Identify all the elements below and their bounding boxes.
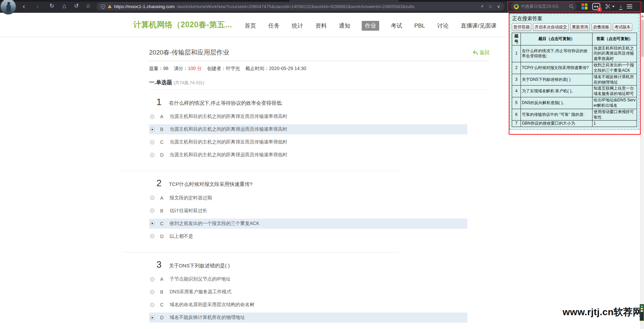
answer-option[interactable]: C 收到之前发出的一个报文段的三个重复ACK (149, 219, 467, 229)
panel-button[interactable]: 重新查询 (570, 23, 590, 31)
nav-item-通知[interactable]: 通知 (338, 21, 351, 31)
answer-row-number: 6 (512, 109, 521, 121)
download-icon[interactable]: ↓ (619, 3, 622, 10)
favorite-star-icon[interactable]: ☆ (488, 4, 493, 9)
browser-search-box[interactable]: 约惠夏日低至29.9元 (511, 2, 577, 11)
answer-option[interactable]: B 当源主机和目的主机之间的距离很远而且传输速率很高时 (149, 124, 467, 134)
radio-icon[interactable] (150, 303, 154, 307)
nav-item-统计[interactable]: 统计 (291, 21, 304, 31)
answer-row-question[interactable]: 在什么样的情况下,停止等待协议的效率会变得很低: (521, 45, 593, 62)
answer-row-answer[interactable]: 收到之前发出的一个报文段的三个重复ACK (593, 62, 637, 74)
answer-row-answer[interactable]: 当源主机和目的主机之间的距离很远而且传输速率很高时 (593, 45, 637, 62)
answer-row-answer[interactable]: 知道互联网上任意一台域名服务器的地址即可 (593, 86, 637, 97)
panel-button[interactable]: 暂停答题 (512, 23, 531, 31)
avatar[interactable] (0, 0, 16, 14)
scrollbar-thumb[interactable] (641, 20, 644, 57)
answer-option[interactable]: C 当源主机和目的主机之间的距离很近而且传输速率很低时 (149, 137, 467, 147)
answer-row-question[interactable]: 为了实现域名解析,客户机( )。 (521, 86, 593, 97)
answer-option[interactable]: D 域名不能反映计算机所在的物理地址 (149, 312, 467, 323)
chevron-down-icon[interactable]: ∨ (497, 4, 500, 9)
question-number: 1 (156, 97, 162, 107)
answer-row-answer[interactable]: 域名不能反映计算机所在的物理地址 (593, 74, 637, 86)
answer-option[interactable]: D 当源主机和目的主机之间的距离很远而且传输速率很低时 (149, 150, 467, 160)
question-text: 在什么样的情况下,停止等待协议的效率会变得很低: (169, 97, 283, 106)
apps-grid-icon[interactable] (581, 3, 587, 9)
answer-row-answer[interactable]: 1 (593, 121, 637, 127)
nav-item-首页[interactable]: 首页 (244, 21, 257, 31)
site-info-shield-icon[interactable] (101, 4, 105, 9)
floating-edge-widget[interactable] (640, 304, 644, 321)
menu-hamburger-icon[interactable] (627, 4, 632, 8)
answer-row-answer[interactable]: 使用滑动窗口来维持可靠性 (593, 109, 637, 121)
answer-option[interactable]: D 以上都不是 (149, 231, 467, 241)
radio-icon[interactable] (150, 290, 154, 294)
radio-icon[interactable] (150, 196, 154, 200)
back-icon[interactable]: ‹ (20, 0, 28, 13)
option-letter: B (160, 127, 165, 132)
radio-icon[interactable] (150, 153, 154, 157)
nav-item-PBL[interactable]: PBL (414, 22, 426, 30)
answer-option[interactable]: A 当源主机和目的主机之间的距离很近而且传输速率很高时 (149, 111, 467, 122)
homework-page: 2020春-传输层和应用层作业 返回 题量：98 满分：100 分 创建者：叶宇… (149, 37, 490, 323)
screenshot-scissors-icon[interactable] (605, 3, 615, 9)
panel-button[interactable]: 折叠面板 (592, 23, 611, 31)
answer-row-answer[interactable]: 给出IP地址由DNS Server解析出域名 (593, 97, 637, 109)
browser-tab[interactable] (289, 0, 399, 2)
nav-item-讨论[interactable]: 讨论 (436, 21, 449, 31)
radio-icon[interactable] (150, 221, 154, 226)
flash-plugin-icon[interactable]: ⚡ (480, 4, 484, 9)
nav-item-考试[interactable]: 考试 (390, 21, 403, 31)
search-icon[interactable] (569, 4, 574, 9)
answer-option[interactable]: C 域名的命名原则是采用层次结构的命名树 (149, 300, 467, 310)
answer-row-question[interactable]: 可靠的传输协议中的 “可靠” 指的是: (521, 109, 593, 121)
radio-icon[interactable] (150, 234, 154, 238)
radio-icon[interactable] (150, 208, 154, 213)
course-title[interactable]: 计算机网络（2020春-第五... (133, 20, 232, 30)
nav-item-直播课/见面课[interactable]: 直播课/见面课 (460, 21, 497, 31)
forward-icon[interactable]: › (33, 0, 42, 13)
options-list: A 当源主机和目的主机之间的距离很近而且传输速率很高时 B 当源主机和目的主机之… (149, 111, 490, 160)
answers-table-row: 7GBN协议的接收窗口的大小为1 (512, 121, 637, 127)
address-bar[interactable]: https://mooc1-1.chaoxing.com /work/doHom… (97, 2, 504, 11)
panel-buttons: 暂停答题开启本次自动提交重新查询折叠面板考试版本 (512, 23, 637, 31)
answer-option[interactable]: B DNS采用客户服务器工作模式 (149, 287, 467, 297)
answer-option[interactable]: B 估计往返时延过长 (149, 206, 467, 216)
search-hotword[interactable]: 约惠夏日低至29.9元 (521, 4, 559, 9)
answer-row-question[interactable]: DNS的反向解析是指( )。 (521, 97, 593, 109)
nav-item-作业[interactable]: 作业 (362, 21, 379, 31)
answer-option[interactable]: A 报文段的定时器过期 (149, 193, 467, 203)
panel-button[interactable]: 开启本次自动提交 (533, 23, 569, 31)
option-text: 当源主机和目的主机之间的距离很近而且传输速率很高时 (170, 113, 287, 120)
radio-icon[interactable] (150, 114, 154, 119)
insecure-warning-icon[interactable] (108, 5, 112, 8)
reload-icon[interactable]: ↻ (47, 0, 56, 13)
nav-item-资料[interactable]: 资料 (315, 21, 327, 31)
answer-row-question[interactable]: 关于DNS下列叙述错的是( ) (521, 74, 593, 86)
panel-button[interactable]: 考试版本 (613, 23, 632, 31)
caret-down-icon[interactable] (612, 6, 615, 7)
scrollbar[interactable] (640, 13, 644, 329)
option-letter: C (160, 302, 165, 307)
back-link[interactable]: 返回 (473, 50, 490, 56)
options-list: A 报文段的定时器过期 B 估计往返时延过长 C 收到之前发出的一个报文段的三个… (149, 193, 490, 241)
answers-table-row: 4为了实现域名解析,客户机( )。知道互联网上任意一台域名服务器的地址即可 (512, 86, 637, 97)
answers-table-row: 2TCP什么时候对报文段采用快速重传?收到之前发出的一个报文段的三个重复ACK (512, 62, 637, 74)
full-score: 100 分 (188, 66, 202, 71)
extension-icon[interactable]: 1 (592, 3, 600, 10)
radio-icon[interactable] (150, 140, 154, 144)
question-text: 关于DNS下列叙述错的是( ) (169, 259, 230, 269)
question-text: TCP什么时候对报文段采用快速重传? (169, 178, 252, 188)
answer-row-question[interactable]: GBN协议的接收窗口的大小为 (521, 121, 593, 127)
answer-row-number: 4 (512, 86, 521, 97)
nav-item-任务[interactable]: 任务 (267, 21, 280, 31)
answer-row-question[interactable]: TCP什么时候对报文段采用快速重传? (521, 62, 593, 74)
answer-helper-panel: 正在搜索答案 暂停答题开启本次自动提交重新查询折叠面板考试版本 题号题目（点击可… (509, 13, 639, 130)
radio-icon[interactable] (150, 316, 154, 320)
radio-icon[interactable] (150, 277, 154, 282)
history-icon[interactable]: ↺ (72, 0, 81, 13)
answer-option[interactable]: A 子节点能识别父节点的IP地址 (149, 274, 467, 284)
scroll-up-arrow-icon[interactable] (641, 15, 644, 17)
radio-icon[interactable] (150, 127, 154, 132)
home-icon[interactable]: ⌂ (60, 0, 69, 13)
bookmarks-icon[interactable]: ☆ (84, 0, 93, 13)
